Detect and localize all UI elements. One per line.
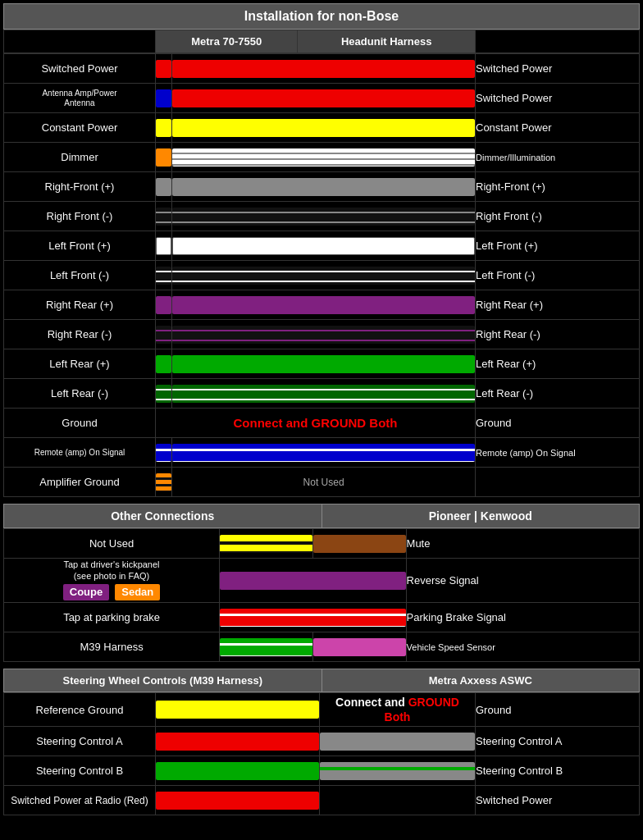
wire-cell-metra (156, 231, 172, 261)
table-row: Left Front (-) Left Front (-) (4, 261, 640, 290)
table-row: Remote (amp) On Signal Remote (amp) On S… (4, 438, 640, 468)
wire-cell-head (172, 202, 476, 231)
wire-cell-metra (156, 54, 172, 84)
section1-table: Switched Power Switched Power Antenna Am… (3, 53, 640, 497)
section1-header: Installation for non-Bose (3, 3, 640, 30)
wire-cell-gray-green (320, 756, 476, 786)
table-row: Tap at driver's kickpanel(see photo in F… (4, 559, 640, 603)
left-label: Not Used (4, 529, 220, 559)
wire-cell-none (320, 786, 476, 815)
right-label: Switched Power (476, 54, 640, 84)
wire-cell-metra (156, 290, 172, 320)
wire-cell-head (172, 231, 476, 261)
section3-table: Reference Ground Connect and GROUND Both… (3, 692, 640, 815)
wire-cell-metra (156, 468, 172, 497)
left-label: Constant Power (4, 113, 156, 143)
wire-cell-head (172, 172, 476, 202)
section3-header2: Metra Axxess ASWC (322, 669, 640, 692)
table-row: Constant Power Constant Power (4, 113, 640, 143)
table-row: Right Front (-) Right Front (-) (4, 202, 640, 231)
table-row: M39 Harness Vehicle Speed Sensor (4, 632, 640, 662)
left-label: Tap at parking brake (4, 603, 220, 632)
wire-cell-head (172, 320, 476, 349)
wire-cell-head (172, 261, 476, 290)
right-label: Dimmer/Illumination (476, 143, 640, 172)
left-label: Left Front (-) (4, 261, 156, 290)
wire-cell-metra (156, 202, 172, 231)
left-label: Left Rear (+) (4, 349, 156, 379)
left-label: M39 Harness (4, 632, 220, 662)
wire-cell-gray (320, 727, 476, 756)
right-label: Right Rear (+) (476, 290, 640, 320)
left-label: Right Rear (-) (4, 320, 156, 349)
table-row: Ground Connect and GROUND Both Ground (4, 409, 640, 438)
wire-cell-head (172, 84, 476, 113)
table-row: Switched Power Switched Power (4, 54, 640, 84)
section3-header1: Steering Wheel Controls (M39 Harness) (4, 669, 322, 692)
table-row: Left Rear (-) Left Rear (-) (4, 379, 640, 409)
right-label: Steering Control B (476, 756, 640, 786)
right-label: Right Front (-) (476, 202, 640, 231)
right-label: Switched Power (476, 786, 640, 815)
left-label: Right Front (-) (4, 202, 156, 231)
right-label: Vehicle Speed Sensor (406, 632, 639, 662)
wire-cell-pioneer (220, 529, 313, 559)
wire-cell-kenwood (312, 529, 406, 559)
section1: Installation for non-Bose Metra 70-7550 … (3, 3, 640, 497)
right-label: Steering Control A (476, 727, 640, 756)
left-label: Reference Ground (4, 693, 156, 727)
section2-table: Not Used Mute Tap at driver's kickpanel(… (3, 528, 640, 662)
wire-cell-head (172, 54, 476, 84)
table-row: Right Rear (-) Right Rear (-) (4, 320, 640, 349)
wire-cell-red2 (156, 786, 320, 815)
section2: Other Connections Pioneer | Kenwood Not … (3, 504, 640, 662)
wire-cell-green (156, 756, 320, 786)
left-label: Antenna Amp/PowerAntenna (4, 84, 156, 113)
wire-cell-yellow (156, 693, 320, 727)
wire-cell-metra (156, 379, 172, 409)
right-label: Right-Front (+) (476, 172, 640, 202)
right-label: Parking Brake Signal (406, 603, 639, 632)
wire-cell-head: Not Used (172, 468, 476, 497)
wire-cell-metra (156, 320, 172, 349)
wire-cell-metra (156, 438, 172, 468)
table-row: Tap at parking brake Parking Brake Signa… (4, 603, 640, 632)
left-label: Remote (amp) On Signal (4, 438, 156, 468)
wire-cell-head (172, 349, 476, 379)
wire-cell-pioneer (220, 632, 313, 662)
left-label: Switched Power at Radio (Red) (4, 786, 156, 815)
left-label: Right-Front (+) (4, 172, 156, 202)
table-row: Not Used Mute (4, 529, 640, 559)
coupe-badge: Coupe (63, 584, 109, 601)
right-label (476, 468, 640, 497)
left-label: Left Front (+) (4, 231, 156, 261)
wire-cell-red (156, 727, 320, 756)
right-label: Constant Power (476, 113, 640, 143)
main-container: Installation for non-Bose Metra 70-7550 … (0, 0, 643, 825)
wire-cell-metra (156, 261, 172, 290)
connect-ground-text: Connect and GROUND Both (234, 416, 398, 430)
right-label: Ground (476, 693, 640, 727)
wire-cell-head (172, 438, 476, 468)
left-label: Amplifier Ground (4, 468, 156, 497)
table-row: Reference Ground Connect and GROUND Both… (4, 693, 640, 727)
left-label: Ground (4, 409, 156, 438)
left-label: Dimmer (4, 143, 156, 172)
left-label: Right Rear (+) (4, 290, 156, 320)
table-row: Left Front (+) Left Front (+) (4, 231, 640, 261)
col-header-metra: Metra 70-7550 (156, 30, 298, 53)
wire-cell-metra (156, 113, 172, 143)
wire-cell-head (172, 113, 476, 143)
wire-cell-metra (156, 172, 172, 202)
right-label: Right Rear (-) (476, 320, 640, 349)
wire-cell-head (172, 143, 476, 172)
table-row: Steering Control A Steering Control A (4, 727, 640, 756)
right-label: Left Front (+) (476, 231, 640, 261)
left-label: Tap at driver's kickpanel(see photo in F… (4, 559, 220, 603)
left-label: Left Rear (-) (4, 379, 156, 409)
right-label: Switched Power (476, 84, 640, 113)
right-label: Mute (406, 529, 639, 559)
table-row: Switched Power at Radio (Red) Switched P… (4, 786, 640, 815)
wire-cell-metra (156, 84, 172, 113)
left-label: Switched Power (4, 54, 156, 84)
